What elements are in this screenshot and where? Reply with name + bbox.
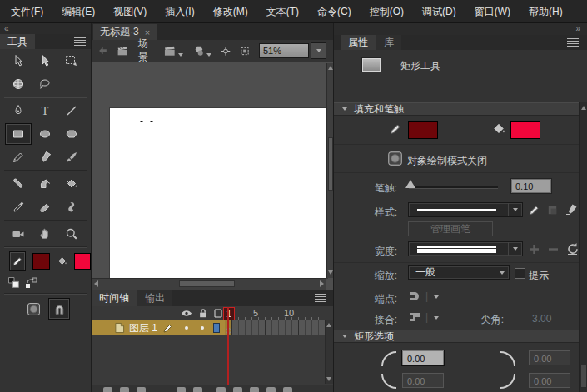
corner-radius-bl-input[interactable]: 0.00: [402, 373, 444, 388]
timeline-panel-menu-icon[interactable]: [315, 294, 326, 302]
corner-radius-tr-input[interactable]: 0.00: [529, 350, 570, 365]
default-colors-icon[interactable]: [8, 277, 20, 289]
playhead-frame-box[interactable]: 1: [223, 307, 235, 320]
stroke-slider-track[interactable]: [409, 186, 498, 189]
go-to-first-frame-button[interactable]: [216, 387, 226, 392]
free-transform-tool[interactable]: [58, 50, 85, 72]
selection-tool[interactable]: [5, 50, 32, 72]
zoom-value-input[interactable]: 51%: [259, 43, 309, 58]
tab-output[interactable]: 输出: [137, 290, 172, 306]
menu-text[interactable]: 文本(T): [257, 0, 308, 23]
brush-library-icon[interactable]: [565, 203, 578, 216]
rect-options-section-header[interactable]: 矩形选项: [334, 330, 579, 343]
onion-skin-button[interactable]: [177, 387, 186, 392]
menu-help[interactable]: 帮助(H): [520, 0, 572, 23]
object-drawing-toggle[interactable]: [22, 298, 44, 320]
tab-library[interactable]: 库: [376, 35, 401, 50]
show-hide-icon[interactable]: [181, 309, 192, 318]
new-folder-button[interactable]: [120, 387, 129, 392]
corner-radius-tl-input[interactable]: 0.00: [402, 350, 444, 365]
ink-bottle-tool[interactable]: [32, 173, 58, 195]
back-arrow-icon[interactable]: [98, 46, 107, 56]
fill-color-well[interactable]: [510, 121, 540, 139]
center-frame-icon[interactable]: [221, 45, 231, 57]
manage-brushes-button[interactable]: 管理画笔: [408, 221, 493, 236]
stroke-color-well[interactable]: [408, 121, 438, 139]
rectangle-tool[interactable]: [5, 123, 32, 145]
expand-properties-dock-button[interactable]: »: [334, 23, 587, 35]
step-back-button[interactable]: [233, 387, 242, 392]
menu-view[interactable]: 视图(V): [104, 0, 156, 23]
polystar-tool[interactable]: [58, 123, 85, 145]
scale-dropdown[interactable]: 一般: [408, 265, 510, 280]
new-layer-button[interactable]: [103, 387, 112, 392]
lock-icon[interactable]: [198, 308, 208, 319]
join-style-icon[interactable]: [408, 311, 421, 323]
text-tool[interactable]: T: [32, 100, 58, 122]
paint-bucket-tool[interactable]: [58, 173, 85, 195]
stroke-slider-handle[interactable]: [405, 180, 415, 188]
collapse-tools-dock-button[interactable]: «: [0, 23, 91, 34]
layer-lock-dot[interactable]: [201, 326, 204, 330]
menu-edit[interactable]: 编辑(E): [52, 0, 104, 23]
onion-skin-outline-button[interactable]: [193, 387, 202, 392]
tab-properties[interactable]: 属性: [341, 35, 376, 50]
bone-tool[interactable]: [5, 173, 32, 195]
width-profile-dropdown[interactable]: [408, 241, 523, 256]
fill-color-swatch[interactable]: [74, 253, 91, 270]
step-forward-button[interactable]: [266, 387, 276, 392]
fill-stroke-section-header[interactable]: 填充和笔触: [334, 102, 579, 116]
stage-vertical-scrollbar[interactable]: [326, 63, 333, 278]
clip-to-stage-icon[interactable]: [240, 45, 250, 57]
eraser-tool[interactable]: [32, 196, 58, 218]
pencil-tool[interactable]: [5, 146, 32, 168]
tab-tools[interactable]: 工具: [0, 34, 35, 49]
menu-control[interactable]: 控制(O): [361, 0, 413, 23]
delete-layer-button[interactable]: [137, 387, 146, 392]
pen-tool[interactable]: [5, 100, 32, 122]
cap-style-icon[interactable]: [408, 290, 421, 302]
menu-file[interactable]: 文件(F): [2, 0, 52, 23]
menu-commands[interactable]: 命令(C): [308, 0, 361, 23]
deco-tool[interactable]: [58, 196, 85, 218]
zoom-dropdown-button[interactable]: [311, 42, 326, 59]
swap-colors-icon[interactable]: [25, 277, 38, 289]
close-document-icon[interactable]: ×: [145, 27, 150, 37]
properties-scrollbar[interactable]: [579, 102, 587, 392]
edit-symbols-button[interactable]: [192, 45, 211, 57]
edit-scene-button[interactable]: [163, 46, 183, 57]
tools-panel-menu-icon[interactable]: [74, 37, 86, 46]
menu-insert[interactable]: 插入(I): [156, 0, 203, 23]
layer-row[interactable]: 图层 1: [92, 320, 325, 335]
scene-breadcrumb[interactable]: 场景: [138, 37, 154, 65]
cap-dropdown-icon[interactable]: [434, 295, 439, 299]
playhead-line[interactable]: [227, 307, 229, 385]
reset-width-icon[interactable]: [566, 242, 579, 256]
style-dropdown[interactable]: [408, 202, 523, 217]
hand-tool[interactable]: [32, 223, 58, 245]
menu-debug[interactable]: 调试(D): [413, 0, 465, 23]
lasso-tool[interactable]: [32, 73, 58, 95]
object-drawing-mode-icon[interactable]: [387, 151, 403, 166]
menu-modify[interactable]: 修改(M): [204, 0, 257, 23]
camera-tool[interactable]: [5, 223, 32, 245]
properties-panel-menu-icon[interactable]: [567, 38, 579, 47]
stroke-color-button[interactable]: [9, 251, 26, 271]
oval-tool[interactable]: [32, 123, 58, 145]
snap-to-objects-toggle[interactable]: [48, 298, 70, 320]
zoom-tool[interactable]: [58, 223, 85, 245]
edit-stroke-style-icon[interactable]: [528, 204, 540, 216]
menu-window[interactable]: 窗口(W): [465, 0, 520, 23]
corner-radius-br-input[interactable]: 0.00: [529, 373, 570, 388]
line-tool[interactable]: [58, 100, 85, 122]
go-to-last-frame-button[interactable]: [283, 387, 292, 392]
properties-scroll-thumb[interactable]: [580, 365, 587, 388]
layer-outline-color[interactable]: [213, 323, 220, 333]
h-scroll-thumb[interactable]: [179, 280, 235, 287]
stage-horizontal-scrollbar[interactable]: [92, 278, 326, 290]
subselection-tool[interactable]: [32, 50, 58, 72]
layer-visible-dot[interactable]: [185, 326, 188, 330]
stage-canvas[interactable]: [110, 108, 327, 278]
outline-column-icon[interactable]: [214, 309, 222, 318]
play-button[interactable]: [250, 387, 259, 392]
